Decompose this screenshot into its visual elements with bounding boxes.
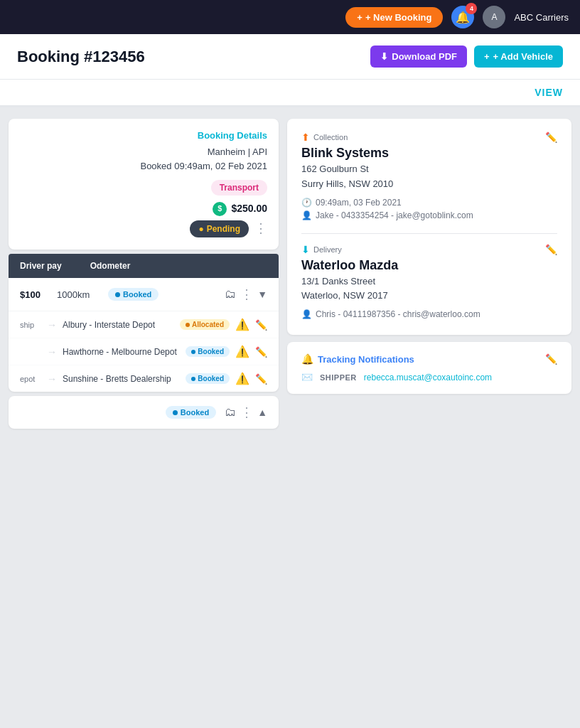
sub-booked-badge-3: Booked	[186, 373, 230, 384]
briefcase-icon-2[interactable]: 🗂	[225, 406, 236, 419]
collection-company: Blink Systems	[301, 146, 545, 161]
clock-icon: 🕐	[301, 198, 312, 208]
edit-delivery-icon[interactable]: ✏️	[545, 244, 557, 255]
dollar-icon: $	[213, 202, 227, 216]
add-vehicle-button[interactable]: + + Add Vehicle	[474, 46, 563, 68]
download-icon: ⬇	[380, 51, 388, 62]
status-label: Pending	[207, 223, 240, 235]
sub-booked-label-2: Booked	[198, 348, 224, 355]
avatar-initials: A	[491, 12, 497, 22]
warning-icon-3[interactable]: ⚠️	[235, 372, 249, 385]
warning-icon-1[interactable]: ⚠️	[235, 318, 249, 331]
new-booking-button[interactable]: + + New Booking	[345, 7, 443, 28]
person-icon-delivery: 👤	[301, 309, 312, 319]
delivery-icon: ⬇	[301, 244, 310, 255]
allocated-badge: Allocated	[180, 319, 230, 330]
edit-icon-1[interactable]: ✏️	[255, 319, 267, 331]
pending-dot: ●	[198, 223, 203, 235]
booking-date-info: Booked 09:49am, 02 Feb 2021	[20, 159, 267, 173]
sub-booked-badge-2: Booked	[186, 346, 230, 357]
page-title: Booking #123456	[17, 48, 145, 66]
route-legs: ship → Albury - Interstate Depot Allocat…	[9, 311, 279, 392]
sub-booked-dot-2	[191, 350, 195, 354]
collection-datetime: 🕐 09:49am, 03 Feb 2021	[301, 198, 545, 208]
edit-icon-2[interactable]: ✏️	[255, 346, 267, 358]
more-options-icon-row2[interactable]: ⋮	[240, 405, 253, 420]
allocated-dot	[186, 323, 190, 327]
arrow-icon-1: →	[47, 319, 57, 331]
route-to-1: Albury - Interstate Depot	[63, 320, 174, 330]
transport-row-2: Booked 🗂 ⋮ ▲	[9, 396, 279, 429]
booked-badge-1: Booked	[108, 288, 159, 301]
chevron-up-icon[interactable]: ▼	[257, 289, 267, 300]
pending-badge: ● Pending	[190, 220, 249, 237]
booked-label-2: Booked	[181, 408, 209, 417]
route-leg-1: ship → Albury - Interstate Depot Allocat…	[9, 311, 279, 338]
chevron-down-icon[interactable]: ▲	[257, 407, 267, 418]
header-actions: ⬇ Download PDF + + Add Vehicle	[370, 46, 563, 68]
sub-booked-label-3: Booked	[198, 375, 224, 382]
add-vehicle-label: + Add Vehicle	[493, 51, 553, 62]
shipper-email: rebecca.muscat@coxautoinc.com	[364, 373, 492, 382]
driver-pay-column-header: Driver pay	[20, 261, 62, 271]
driver-pay-value: $100	[20, 289, 48, 300]
booking-details-card: Booking Details Manheim | API Booked 09:…	[9, 119, 279, 250]
booked-dot	[115, 292, 120, 297]
warning-icon-2[interactable]: ⚠️	[235, 345, 249, 358]
plus-icon: +	[357, 12, 362, 23]
company-name: ABC Carriers	[514, 12, 569, 23]
edit-collection-icon[interactable]: ✏️	[545, 132, 557, 143]
notification-badge: 4	[466, 3, 477, 14]
route-from-3: epot	[20, 375, 41, 383]
row-actions-2: 🗂 ⋮ ▲	[225, 405, 267, 420]
route-from-1: ship	[20, 321, 41, 329]
transport-section-1: $100 1000km Booked 🗂 ⋮ ▼ ship → Al	[9, 278, 279, 392]
collection-address: 162 Goulburn St Surry Hills, NSW 2010	[301, 162, 545, 192]
booked-badge-2: Booked	[166, 406, 216, 419]
notifications-button[interactable]: 🔔 4	[451, 6, 474, 28]
route-leg-3: epot → Sunshine - Bretts Dealership Book…	[9, 365, 279, 392]
right-panel: ⬆ Collection Blink Systems 162 Goulburn …	[287, 119, 571, 433]
view-bar: VIEW	[0, 80, 580, 107]
route-leg-2: → Hawthorne - Melbourne Depot Booked ⚠️ …	[9, 338, 279, 365]
edit-tracking-icon[interactable]: ✏️	[545, 353, 557, 365]
booking-api-info: Manheim | API	[20, 145, 267, 159]
shipper-label: SHIPPER	[320, 373, 357, 382]
arrow-icon-2: →	[47, 346, 57, 358]
more-options-icon-row1[interactable]: ⋮	[240, 287, 253, 302]
delivery-company: Waterloo Mazda	[301, 258, 545, 273]
plus-icon: +	[484, 51, 490, 62]
booking-details-title: Booking Details	[20, 130, 267, 141]
main-content: Booking Details Manheim | API Booked 09:…	[0, 113, 580, 439]
collection-contact: 👤 Jake - 0433354254 - jake@gotoblink.com	[301, 210, 545, 220]
delivery-contact: 👤 Chris - 04111987356 - chris@waterloo.c…	[301, 309, 545, 319]
table-header: Driver pay Odometer	[9, 254, 279, 278]
edit-icon-3[interactable]: ✏️	[255, 373, 267, 385]
odometer-value: 1000km	[57, 289, 100, 300]
download-pdf-button[interactable]: ⬇ Download PDF	[370, 46, 467, 68]
new-booking-label: + New Booking	[365, 12, 432, 23]
briefcase-icon[interactable]: 🗂	[225, 288, 236, 301]
row-actions-1: 🗂 ⋮ ▼	[225, 287, 267, 302]
odometer-column-header: Odometer	[90, 261, 131, 271]
delivery-address: 13/1 Danks Street Waterloo, NSW 2017	[301, 274, 545, 304]
envelope-icon: ✉️	[301, 372, 313, 382]
top-navigation: + + New Booking 🔔 4 A ABC Carriers	[0, 0, 580, 34]
more-options-icon[interactable]: ⋮	[254, 219, 267, 238]
left-panel: Booking Details Manheim | API Booked 09:…	[9, 119, 279, 433]
collection-delivery-card: ⬆ Collection Blink Systems 162 Goulburn …	[287, 119, 571, 335]
sub-booked-dot-3	[191, 377, 195, 381]
person-icon: 👤	[301, 210, 312, 220]
route-to-2: Hawthorne - Melbourne Depot	[63, 347, 180, 357]
booked-label: Booked	[123, 290, 151, 299]
section-divider	[301, 233, 557, 234]
tracking-row: ✉️ SHIPPER rebecca.muscat@coxautoinc.com	[301, 372, 557, 382]
download-pdf-label: Download PDF	[392, 51, 457, 62]
bell-icon: 🔔	[301, 353, 313, 365]
tracking-header: 🔔 Tracking Notifications ✏️	[301, 353, 557, 365]
view-button[interactable]: VIEW	[535, 87, 563, 98]
collection-label: ⬆ Collection	[301, 132, 545, 143]
page-header: Booking #123456 ⬇ Download PDF + + Add V…	[0, 34, 580, 80]
avatar[interactable]: A	[483, 6, 505, 28]
booking-amount: $250.00	[231, 201, 267, 216]
